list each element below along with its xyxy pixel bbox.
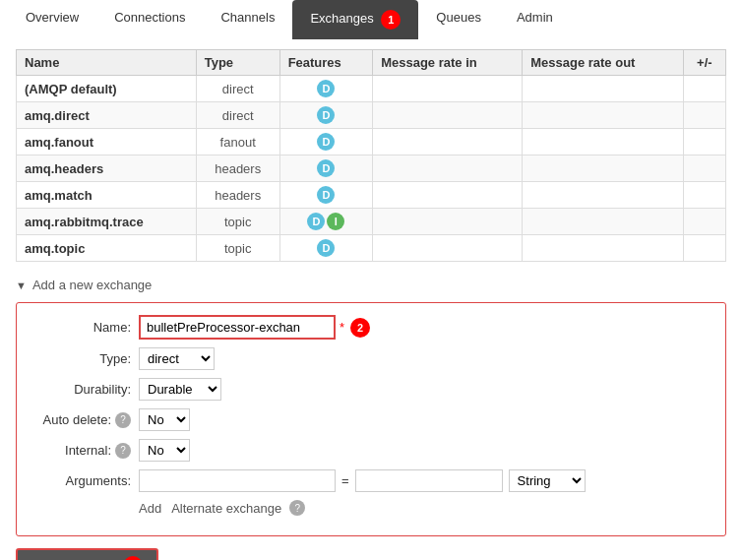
rate-in: [373, 182, 523, 209]
alt-exchange-link[interactable]: Alternate exchange: [171, 501, 281, 516]
internal-badge: I: [327, 213, 344, 230]
plus-minus-cell: [683, 129, 725, 156]
type-row: Type: directfanouttopicheaders: [32, 347, 710, 370]
col-rate-out: Message rate out: [523, 50, 684, 76]
rate-in: [373, 76, 523, 102]
table-row: amq.directdirectD: [17, 102, 726, 129]
add-button-circle: 3: [123, 556, 143, 560]
nav-exchanges[interactable]: Exchanges 1: [292, 0, 418, 39]
table-row: amq.rabbitmq.tracetopicDI: [17, 209, 726, 235]
auto-delete-row: Auto delete: ? NoYes: [32, 408, 710, 431]
exchanges-table: Name Type Features Message rate in Messa…: [16, 49, 726, 262]
exchange-features: D: [279, 129, 373, 156]
exchange-type: direct: [196, 102, 279, 129]
exchanges-circle: 1: [381, 10, 401, 30]
main-content: Name Type Features Message rate in Messa…: [0, 39, 742, 560]
exchange-name[interactable]: amq.headers: [17, 156, 197, 182]
exchange-type: topic: [196, 209, 279, 235]
rate-out: [523, 235, 684, 262]
exchange-features: DI: [279, 209, 373, 235]
exchange-name[interactable]: (AMQP default): [17, 76, 197, 102]
internal-label-container: Internal: ?: [32, 443, 131, 459]
durable-badge: D: [317, 80, 335, 97]
table-row: amq.topictopicD: [17, 235, 726, 262]
rate-in: [373, 209, 523, 235]
plus-minus-cell: [683, 182, 725, 209]
name-row: Name: * 2: [32, 315, 710, 340]
exchange-type: fanout: [196, 129, 279, 156]
arguments-value-input[interactable]: [355, 469, 503, 492]
arguments-key-input[interactable]: [139, 469, 336, 492]
auto-delete-help[interactable]: ?: [115, 412, 131, 428]
exchange-name[interactable]: amq.rabbitmq.trace: [17, 209, 197, 235]
nav-queues[interactable]: Queues: [418, 0, 499, 39]
col-type: Type: [196, 50, 279, 76]
plus-minus-cell: [683, 235, 725, 262]
col-features: Features: [279, 50, 373, 76]
durable-badge: D: [317, 159, 335, 177]
add-exchange-form: Name: * 2 Type: directfanouttopicheaders…: [16, 302, 726, 536]
exchange-name[interactable]: amq.match: [17, 182, 197, 209]
durability-label: Durability:: [32, 382, 131, 397]
col-rate-in: Message rate in: [373, 50, 523, 76]
exchange-name[interactable]: amq.topic: [17, 235, 197, 262]
exchange-name[interactable]: amq.direct: [17, 102, 197, 129]
rate-in: [373, 156, 523, 182]
internal-help[interactable]: ?: [115, 443, 131, 459]
plus-minus-cell: [683, 102, 725, 129]
section-title: Add a new exchange: [32, 278, 152, 292]
name-circle: 2: [350, 318, 370, 338]
add-exchange-button[interactable]: Add exchange 3: [16, 548, 158, 560]
durable-badge: D: [307, 213, 325, 230]
add-alt-row: Add Alternate exchange ?: [32, 500, 710, 516]
type-select[interactable]: directfanouttopicheaders: [139, 347, 215, 370]
nav-items: Overview Connections Channels Exchanges …: [0, 0, 742, 39]
nav-channels[interactable]: Channels: [203, 0, 292, 39]
durability-row: Durability: DurableTransient: [32, 378, 710, 401]
add-exchange-button-row: Add exchange 3: [16, 548, 726, 560]
rate-out: [523, 76, 684, 102]
arguments-type-select[interactable]: String Number Boolean: [509, 469, 586, 492]
col-name: Name: [17, 50, 197, 76]
table-row: amq.headersheadersD: [17, 156, 726, 182]
plus-minus-cell: [683, 156, 725, 182]
type-label: Type:: [32, 351, 131, 366]
plus-minus-cell: [683, 76, 725, 102]
nav-admin[interactable]: Admin: [499, 0, 571, 39]
add-link[interactable]: Add: [139, 501, 161, 516]
rate-in: [373, 235, 523, 262]
durable-badge: D: [317, 186, 335, 204]
col-plus-minus[interactable]: +/-: [683, 50, 725, 76]
table-row: (AMQP default)directD: [17, 76, 726, 102]
add-exchange-section-header[interactable]: ▼ Add a new exchange: [16, 278, 726, 292]
nav-overview[interactable]: Overview: [8, 0, 96, 39]
alt-exchange-help[interactable]: ?: [289, 500, 305, 516]
arguments-label: Arguments:: [32, 473, 131, 488]
rate-out: [523, 182, 684, 209]
name-input[interactable]: [139, 315, 336, 340]
durable-badge: D: [317, 133, 335, 151]
rate-out: [523, 209, 684, 235]
rate-in: [373, 102, 523, 129]
rate-out: [523, 129, 684, 156]
durable-badge: D: [317, 106, 335, 124]
exchange-features: D: [279, 156, 373, 182]
durability-select[interactable]: DurableTransient: [139, 378, 221, 401]
exchange-features: D: [279, 102, 373, 129]
internal-label: Internal:: [65, 443, 111, 458]
durable-badge: D: [317, 239, 335, 257]
table-row: amq.fanoutfanoutD: [17, 129, 726, 156]
table-row: amq.matchheadersD: [17, 182, 726, 209]
internal-select[interactable]: NoYes: [139, 439, 190, 462]
exchange-name[interactable]: amq.fanout: [17, 129, 197, 156]
auto-delete-label: Auto delete:: [43, 412, 111, 427]
nav-connections[interactable]: Connections: [96, 0, 203, 39]
auto-delete-select[interactable]: NoYes: [139, 408, 190, 431]
required-star: *: [340, 320, 344, 335]
auto-delete-label-container: Auto delete: ?: [32, 412, 131, 428]
internal-row: Internal: ? NoYes: [32, 439, 710, 462]
exchange-type: headers: [196, 182, 279, 209]
section-arrow: ▼: [16, 280, 27, 291]
exchange-type: direct: [196, 76, 279, 102]
exchange-features: D: [279, 76, 373, 102]
